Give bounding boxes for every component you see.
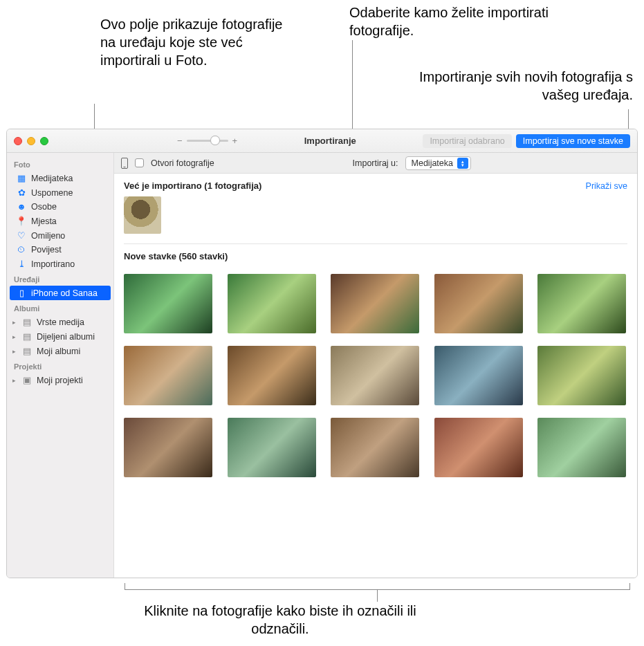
photo-thumbnail[interactable]	[434, 274, 523, 333]
slider-track[interactable]	[187, 140, 228, 142]
heart-icon: ♡	[17, 230, 26, 241]
photos-icon: ▦	[17, 173, 26, 183]
sidebar-heading-projects: Projekti	[7, 358, 113, 373]
photo-thumbnail[interactable]	[228, 274, 316, 333]
photo-thumbnail[interactable]	[537, 418, 626, 477]
photo-thumbnail[interactable]	[228, 418, 316, 477]
sidebar-item-label: Importirano	[31, 259, 75, 269]
sidebar-item-recents[interactable]: ⏲Povijest	[7, 243, 113, 257]
sidebar-item-label: Vrste medija	[37, 317, 84, 327]
sidebar-item-places[interactable]: 📍Mjesta	[7, 214, 113, 228]
chevron-updown-icon: ▴▾	[457, 158, 468, 169]
disclosure-icon[interactable]: ▸	[12, 348, 16, 355]
new-items-header: Nove stavke (560 stavki)	[114, 247, 637, 267]
content-area: Već je importirano (1 fotografija) Prika…	[114, 174, 637, 578]
titlebar: − + Importiranje Importiraj odabrano Imp…	[7, 129, 637, 153]
photo-thumbnail[interactable]	[434, 346, 523, 405]
callout-line	[125, 583, 125, 590]
sidebar-item-memories[interactable]: ✿Uspomene	[7, 185, 113, 200]
sidebar-item-label: Medijateka	[31, 174, 73, 183]
sidebar-item-library[interactable]: ▦Medijateka	[7, 171, 113, 185]
photo-thumbnail[interactable]	[537, 274, 626, 333]
memories-icon: ✿	[17, 187, 26, 198]
sidebar: Foto ▦Medijateka ✿Uspomene ☻Osobe 📍Mjest…	[7, 153, 114, 578]
import-to-label: Importiraj u:	[353, 158, 398, 168]
callout-line	[628, 109, 629, 130]
sidebar-item-label: Osobe	[31, 202, 57, 212]
photo-thumbnail[interactable]	[124, 418, 212, 477]
device-phone-icon	[121, 158, 128, 169]
fullscreen-icon[interactable]	[40, 137, 48, 145]
annotation-click-select: Kliknite na fotografije kako biste ih oz…	[125, 602, 436, 638]
zoom-slider[interactable]: − +	[177, 136, 237, 146]
divider	[124, 243, 627, 244]
photo-thumbnail[interactable]	[228, 346, 316, 405]
pin-icon: 📍	[17, 216, 26, 226]
app-window: − + Importiranje Importiraj odabrano Imp…	[6, 129, 638, 578]
minimize-icon[interactable]	[27, 137, 35, 145]
sidebar-item-label: Moji albumi	[37, 347, 80, 356]
people-icon: ☻	[17, 202, 26, 212]
import-to-value: Medijateka	[412, 158, 453, 168]
import-to-select[interactable]: Medijateka ▴▾	[405, 156, 471, 170]
sidebar-item-label: Mjesta	[31, 216, 57, 226]
annotation-import-all: Importiranje svih novih fotografija s va…	[384, 68, 633, 104]
annotation-destination: Odaberite kamo želite importirati fotogr…	[349, 3, 557, 39]
show-all-link[interactable]: Prikaži sve	[586, 181, 627, 191]
sidebar-item-label: Uspomene	[31, 188, 73, 198]
photo-thumbnail[interactable]	[124, 196, 161, 234]
stack-icon: ▤	[22, 331, 32, 342]
open-photos-label: Otvori fotografije	[151, 158, 214, 168]
main-pane: Otvori fotografije Importiraj u: Medijat…	[114, 153, 637, 578]
close-icon[interactable]	[14, 137, 22, 145]
callout-line	[377, 589, 378, 602]
import-icon: ⤓	[17, 259, 26, 269]
photo-thumbnail[interactable]	[537, 346, 626, 405]
sidebar-heading-albums: Albumi	[7, 300, 113, 315]
already-imported-title: Već je importirano (1 fotografija)	[124, 181, 261, 191]
disclosure-icon[interactable]: ▸	[12, 333, 16, 340]
photo-thumbnail[interactable]	[331, 418, 419, 477]
new-items-grid	[114, 267, 637, 484]
already-imported-header: Već je importirano (1 fotografija) Prika…	[114, 174, 637, 196]
window-title: Importiranje	[241, 136, 418, 146]
clock-icon: ⏲	[17, 245, 26, 255]
photo-thumbnail[interactable]	[124, 274, 212, 333]
sidebar-item-people[interactable]: ☻Osobe	[7, 200, 113, 214]
stack-icon: ▣	[22, 375, 32, 385]
photo-thumbnail[interactable]	[331, 274, 419, 333]
window-controls	[14, 137, 48, 145]
zoom-out-label: −	[177, 136, 183, 146]
zoom-in-label: +	[232, 136, 238, 146]
sidebar-item-shared-albums[interactable]: ▸▤Dijeljeni albumi	[7, 329, 113, 344]
sidebar-item-label: Moji projekti	[37, 376, 83, 385]
sidebar-item-label: Povijest	[31, 245, 62, 255]
sidebar-heading-foto: Foto	[7, 156, 113, 171]
disclosure-icon[interactable]: ▸	[12, 319, 16, 326]
stack-icon: ▤	[22, 317, 32, 327]
already-imported-row	[114, 196, 637, 241]
photo-thumbnail[interactable]	[331, 346, 419, 405]
import-toolbar: Otvori fotografije Importiraj u: Medijat…	[114, 153, 637, 174]
sidebar-item-label: Dijeljeni albumi	[37, 332, 95, 342]
sidebar-item-label: iPhone od Sanaa	[31, 288, 98, 298]
sidebar-item-favorites[interactable]: ♡Omiljeno	[7, 228, 113, 243]
sidebar-item-my-albums[interactable]: ▸▤Moji albumi	[7, 344, 113, 358]
sidebar-item-media-types[interactable]: ▸▤Vrste medija	[7, 315, 113, 329]
import-all-new-button[interactable]: Importiraj sve nove stavke	[516, 134, 630, 148]
sidebar-item-imported[interactable]: ⤓Importirano	[7, 257, 113, 271]
sidebar-item-device-iphone[interactable]: ▯iPhone od Sanaa	[10, 286, 111, 300]
photo-thumbnail[interactable]	[434, 418, 523, 477]
sidebar-heading-devices: Uređaji	[7, 271, 113, 286]
callout-line	[629, 583, 630, 590]
open-photos-checkbox[interactable]	[135, 158, 144, 167]
sidebar-item-label: Omiljeno	[31, 231, 65, 241]
sidebar-item-my-projects[interactable]: ▸▣Moji projekti	[7, 373, 113, 387]
import-selected-button[interactable]: Importiraj odabrano	[423, 134, 511, 148]
disclosure-icon[interactable]: ▸	[12, 377, 16, 384]
slider-thumb[interactable]	[210, 136, 220, 145]
photo-thumbnail[interactable]	[124, 346, 212, 405]
new-items-title: Nove stavke (560 stavki)	[124, 251, 228, 261]
phone-icon: ▯	[17, 288, 26, 298]
stack-icon: ▤	[22, 346, 32, 356]
